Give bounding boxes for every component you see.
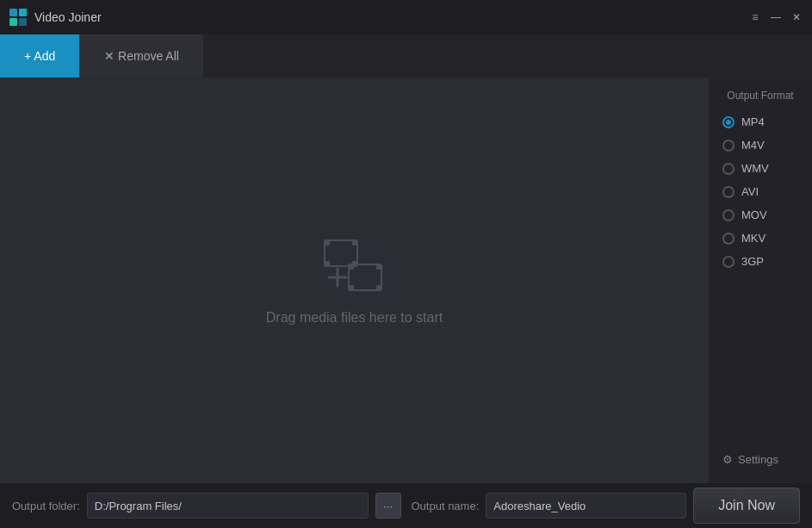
svg-rect-0 [9,9,17,16]
drop-zone-icon [320,236,389,296]
svg-rect-6 [352,240,357,245]
settings-label: Settings [738,453,778,466]
title-bar: Video Joiner ≡ — ✕ [0,0,812,34]
format-option-mp4[interactable]: MP4 [717,112,803,132]
output-folder-input[interactable] [87,493,369,519]
radio-mp4[interactable] [722,116,735,128]
format-option-wmv[interactable]: WMV [717,158,803,178]
svg-rect-1 [19,9,27,16]
title-bar-left: Video Joiner [9,8,102,27]
radio-3gp[interactable] [722,256,735,268]
radio-wmv[interactable] [722,163,735,175]
add-button[interactable]: + Add [0,34,79,78]
close-button[interactable]: ✕ [790,10,803,24]
svg-rect-13 [376,264,381,270]
format-option-m4v[interactable]: M4V [717,135,803,155]
radio-avi[interactable] [722,186,735,198]
format-label-wmv: WMV [741,162,769,175]
browse-button[interactable]: ··· [375,493,401,519]
format-label-3gp: 3GP [741,255,764,268]
main-area: Drag media files here to start Output Fo… [0,78,812,483]
drop-zone-text: Drag media files here to start [266,310,443,326]
bottom-left: Output folder: ··· [12,493,401,519]
format-option-mkv[interactable]: MKV [717,228,803,248]
format-option-mov[interactable]: MOV [717,205,803,225]
output-name-label: Output name: [412,500,480,512]
bottom-bar: Output folder: ··· Output name: Join Now [0,483,812,528]
settings-button[interactable]: ⚙ Settings [717,448,803,471]
format-label-mov: MOV [741,208,767,221]
minimize-button[interactable]: — [769,10,783,24]
svg-rect-3 [19,18,27,26]
format-label-avi: AVI [741,185,759,198]
format-option-3gp[interactable]: 3GP [717,252,803,271]
svg-rect-7 [325,261,330,266]
output-format-label: Output Format [717,90,803,102]
format-label-mkv: MKV [741,232,766,245]
output-name-input[interactable] [486,493,686,519]
radio-mkv[interactable] [722,233,735,245]
svg-rect-15 [376,285,381,290]
bottom-right: Output name: Join Now [412,488,801,524]
app-title: Video Joiner [34,10,102,24]
output-folder-label: Output folder: [12,500,80,512]
app-logo-icon [9,8,28,27]
radio-mov[interactable] [722,209,735,221]
right-panel: Output Format MP4 M4V WMV AVI MOV MKV 3 [709,78,812,483]
svg-rect-2 [9,18,17,26]
drop-zone[interactable]: Drag media files here to start [0,78,709,483]
gear-icon: ⚙ [722,453,733,466]
radio-m4v[interactable] [722,140,735,152]
svg-rect-14 [349,285,354,290]
join-now-button[interactable]: Join Now [693,488,800,524]
hamburger-menu-button[interactable]: ≡ [748,10,762,24]
remove-all-button[interactable]: ✕ Remove All [79,34,203,78]
format-label-mp4: MP4 [741,115,765,128]
toolbar: + Add ✕ Remove All [0,34,812,78]
title-bar-controls: ≡ — ✕ [748,10,803,24]
format-option-avi[interactable]: AVI [717,182,803,202]
svg-rect-12 [349,264,354,270]
format-label-m4v: M4V [741,139,765,152]
svg-rect-5 [325,240,330,245]
